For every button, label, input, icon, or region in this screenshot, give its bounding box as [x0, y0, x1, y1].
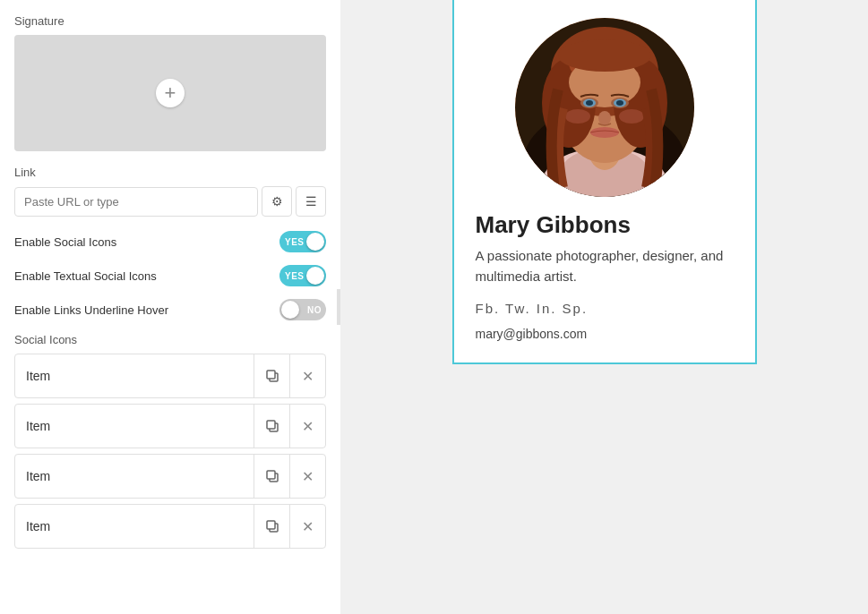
toggle-thumb: [306, 267, 324, 285]
profile-photo-container: [454, 0, 755, 211]
close-icon: ✕: [302, 468, 314, 485]
add-signature-button[interactable]: +: [156, 79, 185, 107]
svg-rect-7: [267, 521, 275, 529]
link-section: Link ⚙ ☰: [14, 166, 326, 217]
enable-textual-social-icons-label: Enable Textual Social Icons: [14, 269, 157, 283]
item-text-1: Item: [15, 356, 254, 396]
item-text-3: Item: [15, 456, 254, 496]
delete-item-button-1[interactable]: ✕: [289, 354, 325, 397]
profile-bio: A passionate photographer, designer, and…: [454, 246, 755, 301]
plus-icon: +: [165, 81, 176, 105]
link-input[interactable]: [14, 187, 258, 217]
svg-point-26: [598, 111, 611, 125]
list-item: Item ✕: [14, 504, 326, 549]
list-icon: ☰: [305, 194, 317, 209]
item-text-4: Item: [15, 507, 254, 546]
delete-item-button-3[interactable]: ✕: [289, 455, 325, 498]
toggle-no-text: NO: [307, 305, 322, 315]
link-label: Link: [14, 166, 326, 179]
svg-point-25: [616, 100, 623, 106]
enable-links-underline-hover-row: Enable Links Underline Hover NO: [14, 299, 326, 320]
profile-image: [515, 18, 694, 197]
enable-textual-social-icons-row: Enable Textual Social Icons YES: [14, 265, 326, 286]
enable-social-icons-label: Enable Social Icons: [14, 235, 116, 249]
profile-social-links: Fb. Tw. In. Sp.: [454, 301, 755, 327]
copy-icon: [265, 369, 279, 383]
svg-rect-3: [267, 421, 275, 429]
svg-point-28: [565, 109, 590, 124]
list-item: Item ✕: [14, 404, 326, 448]
preview-card: Mary Gibbons A passionate photographer, …: [452, 0, 757, 364]
list-item: Item ✕: [14, 454, 326, 499]
copy-item-button-3[interactable]: [254, 455, 289, 498]
enable-social-icons-toggle[interactable]: YES: [279, 231, 326, 252]
toggle-thumb: [306, 233, 324, 251]
enable-textual-social-icons-toggle[interactable]: YES: [279, 265, 326, 286]
profile-name: Mary Gibbons: [454, 211, 755, 246]
signature-box: +: [14, 35, 326, 151]
svg-rect-1: [267, 371, 275, 379]
svg-point-30: [558, 39, 651, 72]
social-icons-label: Social Icons: [14, 333, 326, 346]
close-icon: ✕: [302, 368, 314, 385]
link-row: ⚙ ☰: [14, 186, 326, 217]
copy-item-button-1[interactable]: [254, 354, 289, 397]
enable-links-underline-hover-toggle[interactable]: NO: [279, 299, 326, 320]
list-item: Item ✕: [14, 354, 326, 398]
delete-item-button-4[interactable]: ✕: [289, 505, 325, 548]
svg-rect-5: [267, 471, 275, 479]
left-panel: Signature + Link ⚙ ☰ Enable Social Icons…: [0, 0, 340, 614]
svg-point-29: [619, 109, 644, 124]
copy-item-button-2[interactable]: [254, 405, 289, 448]
item-text-2: Item: [15, 406, 254, 446]
toggle-yes-text: YES: [285, 237, 305, 247]
close-icon: ✕: [302, 518, 314, 535]
right-panel: Mary Gibbons A passionate photographer, …: [340, 0, 868, 614]
svg-point-27: [590, 127, 619, 138]
svg-point-24: [586, 100, 593, 106]
profile-email: mary@gibbons.com: [454, 327, 755, 341]
delete-item-button-2[interactable]: ✕: [289, 405, 325, 448]
toggle-thumb: [281, 301, 299, 319]
collapse-panel-button[interactable]: ❮: [337, 289, 340, 325]
signature-label: Signature: [14, 14, 326, 28]
gear-icon: ⚙: [271, 194, 283, 209]
enable-links-underline-hover-label: Enable Links Underline Hover: [14, 303, 168, 317]
copy-icon: [265, 519, 279, 533]
copy-icon: [265, 469, 279, 483]
close-icon: ✕: [302, 418, 314, 435]
profile-photo: [515, 18, 694, 197]
copy-item-button-4[interactable]: [254, 505, 289, 548]
toggle-yes-text: YES: [285, 271, 305, 281]
link-gear-button[interactable]: ⚙: [262, 186, 292, 217]
link-list-button[interactable]: ☰: [296, 186, 326, 217]
copy-icon: [265, 419, 279, 433]
enable-social-icons-row: Enable Social Icons YES: [14, 231, 326, 252]
